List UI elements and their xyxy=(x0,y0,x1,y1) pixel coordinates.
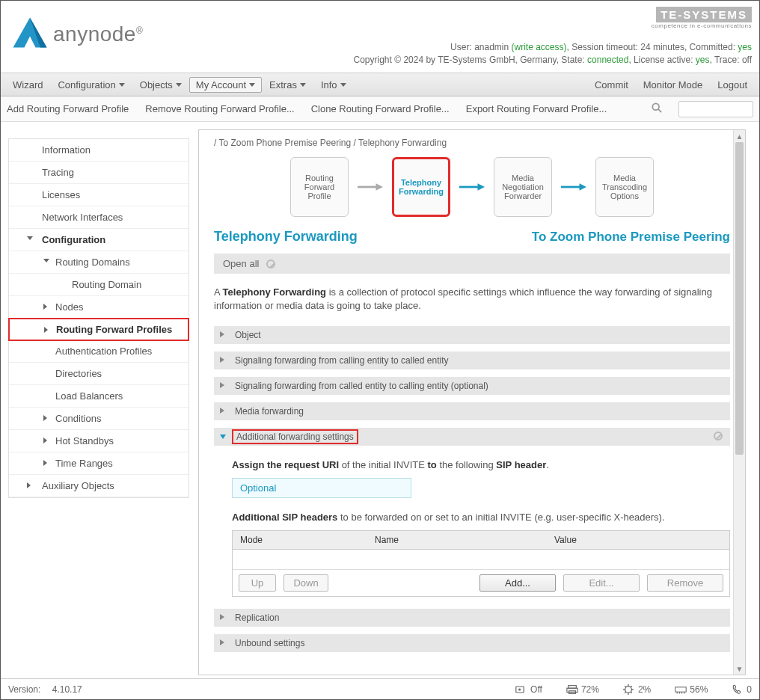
expand-right-icon xyxy=(220,408,224,414)
status-calls[interactable]: 0 xyxy=(732,684,752,695)
toolbar-add-profile[interactable]: Add Routing Forward Profile xyxy=(7,103,129,114)
expand-icon xyxy=(43,415,47,421)
sidebar-item-directories[interactable]: Directories xyxy=(9,363,189,385)
brand-name: anynode® xyxy=(53,22,143,46)
svg-line-20 xyxy=(625,686,626,687)
search-input[interactable] xyxy=(678,101,753,117)
sip-header-select[interactable]: Optional xyxy=(232,478,411,498)
status-cpu[interactable]: 2% xyxy=(623,684,651,695)
expand-icon xyxy=(43,304,47,310)
svg-marker-9 xyxy=(579,183,586,191)
section-replication[interactable]: Replication xyxy=(214,609,730,627)
expand-icon xyxy=(27,236,33,240)
company-badge: TE-SYSTEMS xyxy=(656,7,752,22)
sidebar-item-auxiliary-objects[interactable]: Auxiliary Objects xyxy=(9,475,189,497)
svg-rect-24 xyxy=(675,687,686,691)
expand-right-icon xyxy=(220,614,224,620)
flow-telephony-forwarding[interactable]: Telephony Forwarding xyxy=(392,157,450,217)
status-memory[interactable]: 56% xyxy=(675,684,708,695)
memory-icon xyxy=(675,684,687,695)
sidebar-item-hot-standbys[interactable]: Hot Standbys xyxy=(9,430,189,452)
breadcrumb-link-2[interactable]: Telephony Forwarding xyxy=(358,138,447,148)
toolbar-clone-profile[interactable]: Clone Routing Forward Profile... xyxy=(311,103,450,114)
menu-monitor-mode[interactable]: Monitor Mode xyxy=(636,77,710,93)
menu-extras[interactable]: Extras xyxy=(262,77,313,93)
svg-marker-7 xyxy=(477,183,485,191)
menu-commit[interactable]: Commit xyxy=(587,77,636,93)
up-button[interactable]: Up xyxy=(239,574,276,592)
menu-configuration[interactable]: Configuration xyxy=(50,77,132,93)
arrow-icon xyxy=(358,180,383,194)
sidebar-item-load-balancers[interactable]: Load Balancers xyxy=(9,385,189,408)
toolbar-remove-profile[interactable]: Remove Routing Forward Profile... xyxy=(145,103,294,114)
section-unbound-settings[interactable]: Unbound settings xyxy=(214,634,730,652)
sidebar-item-licenses[interactable]: Licenses xyxy=(9,184,189,206)
breadcrumb: / To Zoom Phone Premise Peering / Teleph… xyxy=(214,138,730,148)
menu-info[interactable]: Info xyxy=(313,77,354,93)
page-title: Telephony Forwarding xyxy=(214,229,358,245)
section-object[interactable]: Object xyxy=(214,326,730,344)
sidebar-item-routing-forward-profiles[interactable]: Routing Forward Profiles xyxy=(8,318,189,341)
menu-my-account[interactable]: My Account xyxy=(189,77,262,93)
down-button[interactable]: Down xyxy=(284,574,328,592)
expand-right-icon xyxy=(220,331,224,337)
chevron-down-icon xyxy=(249,83,255,87)
sidebar-item-routing-domains[interactable]: Routing Domains xyxy=(9,251,189,274)
column-name[interactable]: Name xyxy=(367,531,547,549)
table-empty-row xyxy=(233,550,729,569)
sidebar-item-routing-domain[interactable]: Routing Domain xyxy=(9,274,189,296)
status-record[interactable]: Off xyxy=(515,684,542,695)
sidebar-item-information[interactable]: Information xyxy=(9,139,189,162)
phone-icon xyxy=(732,684,744,695)
menu-objects[interactable]: Objects xyxy=(132,77,189,93)
sidebar-item-time-ranges[interactable]: Time Ranges xyxy=(9,452,189,475)
sidebar-item-auth-profiles[interactable]: Authentication Profiles xyxy=(9,340,189,363)
chevron-down-icon xyxy=(119,83,125,87)
search-icon[interactable] xyxy=(652,102,662,115)
session-status: User: anadmin (write access), Session ti… xyxy=(354,41,752,67)
section-signaling-calling-to-called[interactable]: Signaling forwarding from calling entity… xyxy=(214,351,730,369)
column-mode[interactable]: Mode xyxy=(233,531,367,549)
cpu-icon xyxy=(623,684,635,695)
scroll-down-icon[interactable]: ▼ xyxy=(734,663,745,675)
sidebar-item-network-interfaces[interactable]: Network Interfaces xyxy=(9,206,189,229)
svg-line-22 xyxy=(625,692,626,693)
sidebar-item-tracing[interactable]: Tracing xyxy=(9,162,189,184)
svg-point-2 xyxy=(652,103,659,110)
sidebar-item-configuration[interactable]: Configuration xyxy=(9,229,189,251)
svg-line-3 xyxy=(658,109,661,112)
flow-media-negotiation-forwarder[interactable]: Media Negotiation Forwarder xyxy=(494,157,552,217)
section-additional-forwarding-settings[interactable]: Additional forwarding settings xyxy=(214,428,730,446)
toolbar-export-profile[interactable]: Export Routing Forward Profile... xyxy=(466,103,607,114)
sidebar-item-nodes[interactable]: Nodes xyxy=(9,296,189,319)
svg-line-23 xyxy=(631,686,632,687)
section-media-forwarding[interactable]: Media forwarding xyxy=(214,402,730,420)
expand-down-icon xyxy=(220,435,226,439)
menu-logout[interactable]: Logout xyxy=(710,77,755,93)
status-printer[interactable]: 72% xyxy=(566,684,599,695)
column-value[interactable]: Value xyxy=(547,531,729,549)
menu-wizard[interactable]: Wizard xyxy=(5,77,50,93)
svg-marker-5 xyxy=(376,183,383,191)
section-signaling-called-to-calling[interactable]: Signaling forwarding from called entity … xyxy=(214,377,730,395)
company-tagline: competence in e-communications xyxy=(652,22,752,29)
open-all-button[interactable]: Open all xyxy=(214,254,730,274)
printer-icon xyxy=(566,684,578,695)
scrollbar[interactable]: ▲ ▼ xyxy=(733,130,745,675)
flow-routing-forward-profile[interactable]: Routing Forward Profile xyxy=(290,157,349,217)
cancel-icon[interactable] xyxy=(714,432,723,440)
expand-right-icon xyxy=(220,639,224,645)
expand-icon xyxy=(27,482,31,488)
sidebar-item-conditions[interactable]: Conditions xyxy=(9,408,189,430)
svg-line-21 xyxy=(631,692,632,693)
scroll-up-icon[interactable]: ▲ xyxy=(734,130,745,142)
remove-button[interactable]: Remove xyxy=(647,574,723,592)
add-button[interactable]: Add... xyxy=(479,574,556,592)
svg-point-11 xyxy=(518,688,521,690)
edit-button[interactable]: Edit... xyxy=(563,574,640,592)
page-subtitle: To Zoom Phone Premise Peering xyxy=(532,230,730,245)
breadcrumb-link-1[interactable]: To Zoom Phone Premise Peering xyxy=(218,138,351,148)
flow-media-transcoding-options[interactable]: Media Transcoding Options xyxy=(595,157,654,217)
chevron-down-icon xyxy=(300,83,306,87)
arrow-icon xyxy=(459,180,485,194)
